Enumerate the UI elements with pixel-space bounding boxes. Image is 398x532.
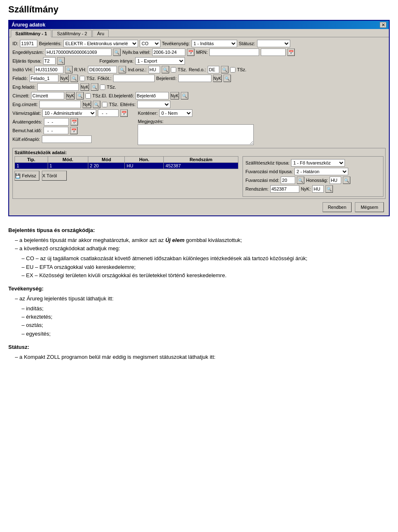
cimzett-input[interactable] (31, 92, 64, 99)
vamvizsgalat-select[interactable]: 10 - Adminisztratív (42, 109, 96, 117)
elbejelento-label: El.bejelentő: (109, 93, 134, 98)
eu-text: EU – EFTA országokkal való kereskedelemr… (26, 264, 136, 270)
engcimzett-nyk-btn[interactable]: NyK (83, 101, 91, 108)
tevekenyseg-item-erkez: érkeztetés; (22, 313, 390, 321)
engcimzett-search-btn[interactable]: 🔍 (93, 101, 100, 108)
row-fuvarozasi-mod2: Fuvarozási mód: 🔍 Honosság: 🔍 (245, 177, 381, 184)
honosság-input[interactable] (330, 177, 341, 184)
dialog-window: Árureg adatok ✕ Szállítmány - 1 Szállítm… (8, 20, 390, 216)
felvisz-button[interactable]: 💾 Felvisz (15, 171, 39, 181)
rvh-btn[interactable]: 🔍 (119, 66, 126, 73)
elbejelento-input[interactable] (136, 92, 169, 99)
forgalom-select[interactable]: 1 - Export (135, 57, 185, 65)
aruatengedes-btn[interactable]: 📅 (70, 118, 78, 126)
indorsz-btn[interactable]: 🔍 (162, 66, 169, 73)
honosság-btn[interactable]: 🔍 (343, 177, 350, 184)
transport-section-label: Szállítóeszközök adatai: (15, 150, 383, 155)
engfelado-nyk-btn[interactable]: NyK (80, 83, 89, 91)
nyilv-input[interactable] (152, 48, 185, 56)
aruatengedes-input[interactable] (44, 118, 69, 126)
engcimzett-checkbox[interactable] (102, 102, 107, 107)
cimzett-label: Címzett: (12, 93, 29, 98)
felado-checkbox[interactable] (80, 76, 85, 81)
tab-szallitmany-2[interactable]: Szállítmány - 2 (52, 30, 92, 37)
bejelentes-select[interactable]: ELEKTR - Elektronikus vámelé (63, 40, 138, 47)
nyilv-btn[interactable]: 📅 (187, 48, 194, 56)
indorsz-input[interactable] (148, 66, 160, 73)
bemut-btn[interactable]: 📅 (70, 127, 78, 134)
mrn-extra-input[interactable] (261, 48, 286, 56)
transport-table: Tip. Mód. Mód Hon. Rendszám 1 1 (15, 156, 238, 169)
bejelento-input[interactable] (178, 75, 211, 82)
rendszam-input[interactable] (270, 185, 299, 193)
id-input[interactable] (20, 40, 37, 47)
rendben-button[interactable]: Rendben (323, 202, 352, 212)
eljaras-btn[interactable]: 🔍 (57, 57, 65, 65)
felado-nyk-btn[interactable]: NyK (60, 75, 69, 82)
indorsz-checkbox[interactable] (171, 67, 176, 73)
engcimzett-input[interactable] (39, 101, 81, 108)
body-text-section: Bejelentés típusa és országkódja: a beje… (8, 226, 390, 361)
fuvarozasi-mod-select[interactable]: 2 - Határon (294, 168, 348, 175)
felado-input[interactable] (29, 75, 58, 82)
tab-szallitmany-1[interactable]: Szállítmány - 1 (11, 30, 51, 37)
eljaras-input[interactable] (43, 57, 56, 65)
szallito-tipus-select[interactable]: 1 - Fő fuvareszköz (291, 159, 345, 167)
megjegyzes-textarea[interactable] (138, 124, 254, 145)
kulf-input[interactable] (42, 135, 92, 143)
rendszam-nyk-btn[interactable]: 🔍 (325, 185, 333, 193)
table-row[interactable]: 1 1 2 20 HU 452387 (15, 163, 238, 169)
indito-btn[interactable]: 🔍 (65, 66, 73, 73)
nyilv-label: Nyilv.ba vétel: (122, 50, 150, 55)
rendszam-nyk-input[interactable] (312, 185, 324, 193)
transport-action-btns: 💾 Felvisz X Töröl (15, 169, 238, 182)
mrn-input[interactable] (209, 48, 259, 56)
cimzett-nyk-btn[interactable]: NyK (66, 92, 75, 99)
cimzett-checkbox[interactable] (85, 93, 91, 99)
vamvizsgalat-btn[interactable]: 📅 (120, 109, 128, 117)
rendo-checkbox[interactable] (230, 67, 235, 73)
rendo-label: Rend.o.: (189, 67, 206, 72)
country-code-select[interactable]: CO (140, 40, 160, 47)
indito-input[interactable] (34, 66, 63, 73)
engedelyszam-input[interactable] (45, 48, 112, 56)
mrn-btn[interactable]: 📅 (287, 48, 295, 56)
fuvarozasi-mod2-btn[interactable]: 🔍 (297, 177, 304, 184)
elbejelento-search-btn[interactable]: 🔍 (181, 92, 188, 99)
cell-mod1: 1 (48, 163, 88, 169)
row-engfelado: Eng.feladó: NyK 🔍 TSz. (12, 83, 386, 91)
vamvizsgalat-time-input[interactable] (98, 109, 119, 117)
bejelento-nyk-btn[interactable]: NyK (213, 75, 222, 82)
torol-button[interactable]: X Töröl (42, 171, 67, 181)
cimzett-search-btn[interactable]: 🔍 (76, 92, 84, 99)
tab-aru[interactable]: Áru (92, 30, 109, 37)
engedelyszam-btn[interactable]: 🔍 (113, 48, 121, 56)
statusz-select[interactable] (257, 40, 290, 47)
megsem-button[interactable]: Mégsem (355, 202, 384, 212)
fuvarozasi-mod2-input[interactable] (281, 177, 295, 184)
tsz-label2: TSz. (237, 67, 247, 72)
fookot-input[interactable] (113, 75, 155, 82)
dialog-close-button[interactable]: ✕ (380, 22, 386, 28)
rvh-input[interactable] (88, 66, 117, 73)
kontener-select[interactable]: 0 - Nem (159, 109, 192, 117)
rendo-input[interactable] (208, 66, 219, 73)
transport-details: Szállítóeszköz típusa: 1 - Fő fuvareszkö… (243, 156, 383, 197)
elbejelento-nyk-btn[interactable]: NyK (170, 92, 179, 99)
row-engcimzett: Eng.címzett: NyK 🔍 TSz. Eltérés: (12, 101, 386, 108)
row-szallito-tipus: Szállítóeszköz típusa: 1 - Fő fuvareszkö… (245, 159, 381, 167)
engfelado-input[interactable] (37, 83, 79, 91)
engfelado-search-btn[interactable]: 🔍 (91, 83, 98, 91)
felado-search-btn[interactable]: 🔍 (70, 75, 78, 82)
bemut-input[interactable] (44, 127, 68, 134)
dialog-title: Árureg adatok (12, 22, 45, 28)
indorsz-label: Ind.orsz.: (128, 67, 146, 72)
rendo-btn[interactable]: 🔍 (221, 66, 228, 73)
bejelento-search-btn[interactable]: 🔍 (223, 75, 231, 82)
cell-rendszam: 452387 (164, 163, 238, 169)
engfelado-checkbox[interactable] (100, 85, 105, 90)
eljaras-label: Eljárás típusa: (12, 58, 41, 63)
row-fuvarozasi-mod-tipus: Fuvarozási mód típusa: 2 - Határon (245, 168, 381, 175)
tevekenyseg-select[interactable]: 1 - Indítás (192, 40, 237, 47)
elteres-select[interactable] (137, 101, 170, 108)
